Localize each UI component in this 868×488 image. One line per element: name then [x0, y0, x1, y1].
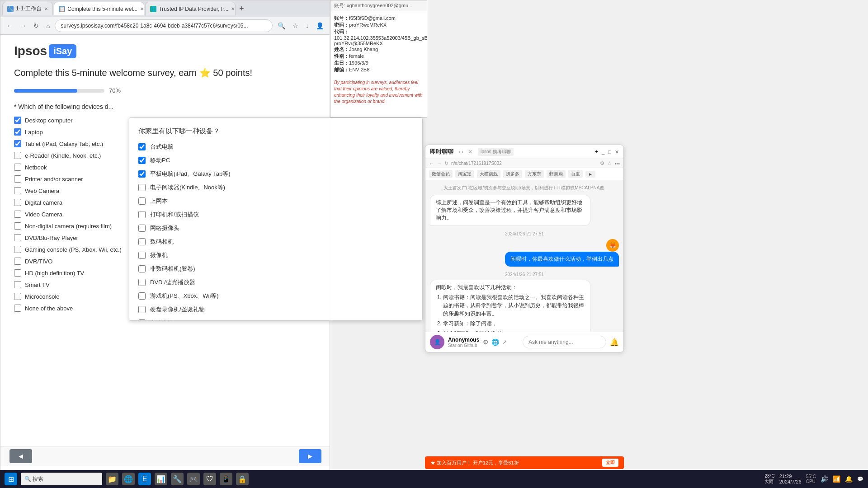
tool-baidu[interactable]: 百度 — [568, 170, 583, 178]
acct-value-2: 101.32.214.102.35553a52003/45B_gb_sBKIB4… — [334, 35, 427, 46]
chat-url-forward[interactable]: → — [437, 161, 442, 166]
cn-checkbox-5[interactable] — [138, 211, 146, 218]
notification-icon[interactable]: 🔔 — [610, 338, 619, 347]
globe-icon[interactable]: 🌐 — [491, 338, 499, 346]
cn-checkbox-2[interactable] — [138, 170, 146, 178]
taskbar-app-3[interactable]: 📊 — [155, 473, 167, 485]
taskbar-app-4[interactable]: 🔧 — [171, 473, 184, 485]
prev-button[interactable]: ◀ — [9, 449, 32, 463]
tab1-close[interactable]: ✕ — [44, 6, 48, 11]
taskbar-app-2[interactable]: 🌐 — [122, 473, 135, 485]
taskbar-app-5[interactable]: 🎮 — [187, 473, 200, 485]
cn-checkbox-7[interactable] — [138, 238, 146, 245]
taskbar-edge[interactable]: E — [138, 473, 151, 485]
tool-xiapigou[interactable]: 虾票购 — [547, 170, 566, 178]
checkbox-11[interactable] — [14, 246, 21, 253]
tool-dongdong[interactable]: 方东东 — [525, 170, 544, 178]
cn-checkbox-13[interactable] — [138, 319, 146, 321]
checkbox-0[interactable] — [14, 117, 21, 124]
promo-banner[interactable]: ★ 加入百万用户！ 开户12元，享受61折 立即 — [425, 456, 624, 469]
address-bar[interactable] — [55, 19, 273, 32]
tab-2[interactable]: 📋 Complete this 5-minute wel... ✕ — [54, 2, 144, 15]
tab3-close[interactable]: ✕ — [231, 6, 235, 11]
cn-checkbox-label-7: 数码相机 — [150, 238, 174, 246]
chat-settings-icon[interactable]: ⚙ — [600, 160, 604, 166]
wifi-icon[interactable]: 📶 — [833, 475, 840, 483]
refresh-button[interactable]: ↻ — [31, 21, 41, 30]
search-icon[interactable]: 🔍 — [275, 21, 288, 30]
checkbox-3[interactable] — [14, 152, 21, 159]
checkbox-15[interactable] — [14, 293, 21, 300]
checkbox-13[interactable] — [14, 269, 21, 277]
cn-checkbox-11[interactable] — [138, 292, 146, 300]
chat-close-icon[interactable]: ✕ — [468, 149, 472, 155]
taskbar-app-6[interactable]: 🛡 — [203, 473, 216, 485]
cn-checkbox-1[interactable] — [138, 157, 146, 164]
cn-checkbox-item-5: 打印机和/或扫描仪 — [138, 211, 413, 219]
volume-icon[interactable]: 🔊 — [821, 475, 828, 483]
chat-url-refresh[interactable]: ↻ — [444, 160, 448, 166]
cn-checkbox-9[interactable] — [138, 265, 146, 272]
chat-url-back[interactable]: ← — [429, 161, 434, 166]
checkbox-label-5: Printer and/or scanner — [25, 176, 83, 183]
notification-taskbar[interactable]: 🔔 — [845, 475, 853, 483]
chat-close[interactable]: ✕ — [615, 149, 619, 155]
cn-checkbox-0[interactable] — [138, 143, 146, 150]
user-icon[interactable]: 👤 — [314, 21, 326, 30]
cn-checkbox-6[interactable] — [138, 225, 146, 232]
home-button[interactable]: ⌂ — [44, 21, 52, 30]
chat-add-tab[interactable]: + — [595, 149, 598, 155]
back-button[interactable]: ← — [4, 21, 15, 30]
promo-button[interactable]: 立即 — [602, 459, 618, 467]
share-icon[interactable]: ↗ — [502, 338, 507, 346]
chat-star-icon[interactable]: ☆ — [607, 160, 612, 166]
checkbox-1[interactable] — [14, 128, 21, 136]
cn-checkbox-12[interactable] — [138, 306, 146, 313]
checkbox-16[interactable] — [14, 305, 21, 312]
checkbox-12[interactable] — [14, 258, 21, 265]
bookmark-icon[interactable]: ☆ — [290, 21, 301, 30]
tab-1[interactable]: 🔧 1-1-工作台 ✕ — [2, 2, 53, 15]
cn-checkbox-8[interactable] — [138, 252, 146, 259]
tool-more[interactable]: ► — [585, 171, 595, 178]
chat-more-icon[interactable]: ••• — [614, 161, 620, 166]
overlay-translation-panel: 你家里有以下哪一种设备？ 台式电脑移动PC平板电脑(iPad、Galaxy Ta… — [129, 117, 423, 321]
checkbox-6[interactable] — [14, 187, 21, 194]
cn-checkbox-3[interactable] — [138, 184, 146, 191]
tab-3[interactable]: 🌐 Trusted IP Data Provider, fr... ✕ — [145, 2, 236, 15]
cn-checkbox-10[interactable] — [138, 279, 146, 286]
chat-input[interactable] — [523, 336, 606, 348]
chat-minimize[interactable]: _ — [602, 149, 604, 155]
taskbar-notif-icon[interactable]: 💬 — [857, 476, 863, 482]
next-button[interactable]: ▶ — [299, 449, 321, 463]
cn-checkbox-item-1: 移动PC — [138, 156, 413, 164]
checkbox-7[interactable] — [14, 199, 21, 206]
checkbox-5[interactable] — [14, 175, 21, 183]
acct-field-3: 姓名：Josng Khang — [334, 46, 423, 53]
windows-icon[interactable]: ⊞ — [5, 473, 17, 485]
chat-tab-ipsos[interactable]: Ipsos-购考聊聊 — [478, 148, 514, 156]
tab2-close[interactable]: ✕ — [140, 6, 144, 11]
new-tab-button[interactable]: + — [236, 4, 247, 14]
checkbox-4[interactable] — [14, 164, 21, 171]
checkbox-14[interactable] — [14, 281, 21, 288]
checkbox-10[interactable] — [14, 234, 21, 241]
download-icon[interactable]: ↓ — [303, 21, 311, 30]
taskbar-app-8[interactable]: 🔒 — [236, 473, 249, 485]
cn-checkbox-4[interactable] — [138, 197, 146, 205]
settings-icon[interactable]: ⚙ — [483, 338, 489, 346]
chat-maximize[interactable]: □ — [608, 149, 611, 155]
checkbox-2[interactable] — [14, 140, 21, 147]
tool-taobao[interactable]: 淘宝定 — [455, 170, 474, 178]
tool-wechat[interactable]: 微信会员 — [429, 170, 453, 178]
taskbar-app-7[interactable]: 📱 — [220, 473, 232, 485]
tab1-label: 1-1-工作台 — [16, 5, 42, 13]
tool-pinduoduo[interactable]: 拼多多 — [503, 170, 522, 178]
taskbar-app-1[interactable]: 📁 — [106, 473, 118, 485]
checkbox-9[interactable] — [14, 222, 21, 230]
forward-button[interactable]: → — [18, 21, 28, 30]
tool-tmall[interactable]: 天猫旗舰 — [477, 170, 500, 178]
checkbox-label-0: Desktop computer — [25, 117, 73, 124]
search-bar[interactable]: 🔍 搜索 — [21, 473, 102, 485]
checkbox-8[interactable] — [14, 211, 21, 218]
